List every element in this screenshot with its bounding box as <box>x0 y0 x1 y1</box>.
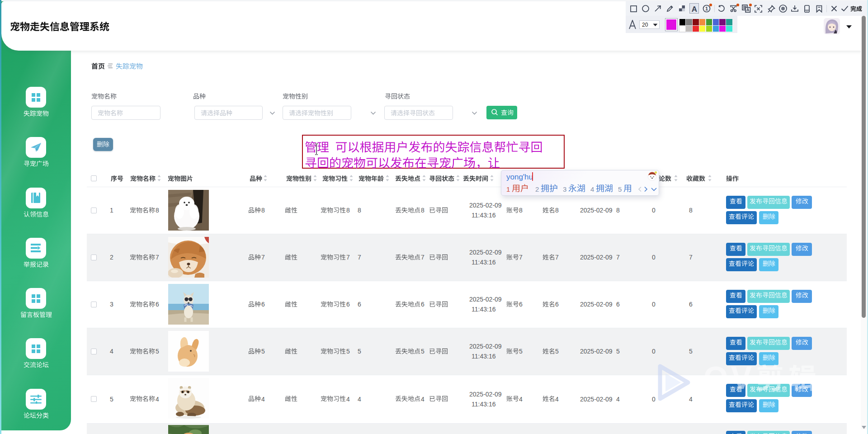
svg-text:QV: QV <box>703 360 755 396</box>
